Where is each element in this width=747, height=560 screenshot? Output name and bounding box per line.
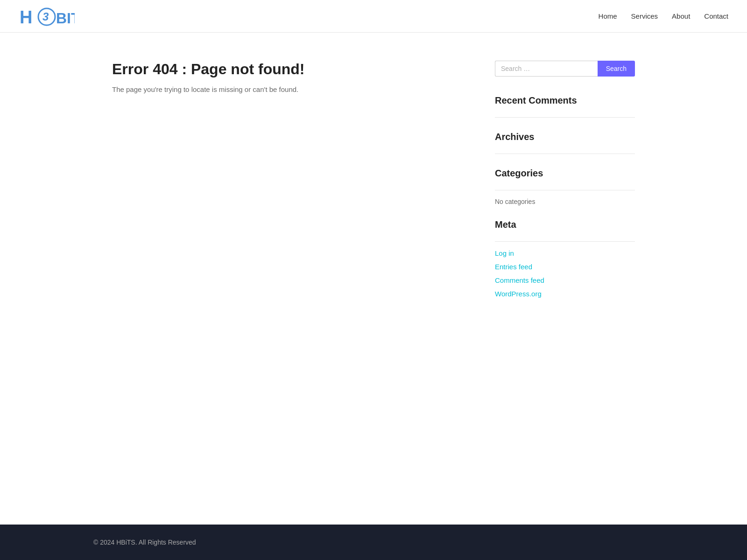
logo[interactable]: H 3 BITS xyxy=(19,5,75,28)
archives-section: Archives xyxy=(495,132,635,154)
meta-section: Meta Log inEntries feedComments feedWord… xyxy=(495,219,635,298)
search-input[interactable] xyxy=(495,61,598,77)
logo-image: H 3 BITS xyxy=(19,5,75,28)
meta-title: Meta xyxy=(495,219,635,234)
footer-copyright: © 2024 HBiTS. All Rights Reserved xyxy=(93,539,654,546)
archives-title: Archives xyxy=(495,132,635,146)
svg-text:3: 3 xyxy=(42,10,49,23)
recent-comments-title: Recent Comments xyxy=(495,95,635,110)
meta-link-item[interactable]: Log in xyxy=(495,249,635,257)
svg-text:H: H xyxy=(20,7,32,27)
page-wrapper: Error 404 : Page not found! The page you… xyxy=(93,33,654,525)
no-categories-text: No categories xyxy=(495,198,635,205)
nav-contact[interactable]: Contact xyxy=(704,12,728,20)
nav-about[interactable]: About xyxy=(672,12,690,20)
sidebar: Search Recent Comments Archives Categori… xyxy=(495,61,635,497)
meta-link-item[interactable]: Entries feed xyxy=(495,263,635,271)
nav-services[interactable]: Services xyxy=(631,12,658,20)
svg-text:BITS: BITS xyxy=(56,10,75,27)
categories-divider xyxy=(495,190,635,190)
recent-comments-divider xyxy=(495,117,635,118)
meta-divider xyxy=(495,241,635,242)
error-title: Error 404 : Page not found! xyxy=(112,61,467,78)
meta-links: Log inEntries feedComments feedWordPress… xyxy=(495,249,635,298)
meta-link-item[interactable]: WordPress.org xyxy=(495,290,635,298)
categories-section: Categories No categories xyxy=(495,168,635,205)
recent-comments-section: Recent Comments xyxy=(495,95,635,118)
meta-link-item[interactable]: Comments feed xyxy=(495,276,635,284)
main-content: Error 404 : Page not found! The page you… xyxy=(112,61,467,497)
site-header: H 3 BITS Home Services About Contact xyxy=(0,0,747,33)
archives-divider xyxy=(495,154,635,154)
site-footer: © 2024 HBiTS. All Rights Reserved xyxy=(0,525,747,560)
error-description: The page you're trying to locate is miss… xyxy=(112,85,467,93)
nav-home[interactable]: Home xyxy=(599,12,617,20)
search-button[interactable]: Search xyxy=(598,61,635,77)
categories-title: Categories xyxy=(495,168,635,182)
main-nav: Home Services About Contact xyxy=(599,12,728,20)
search-form: Search xyxy=(495,61,635,77)
